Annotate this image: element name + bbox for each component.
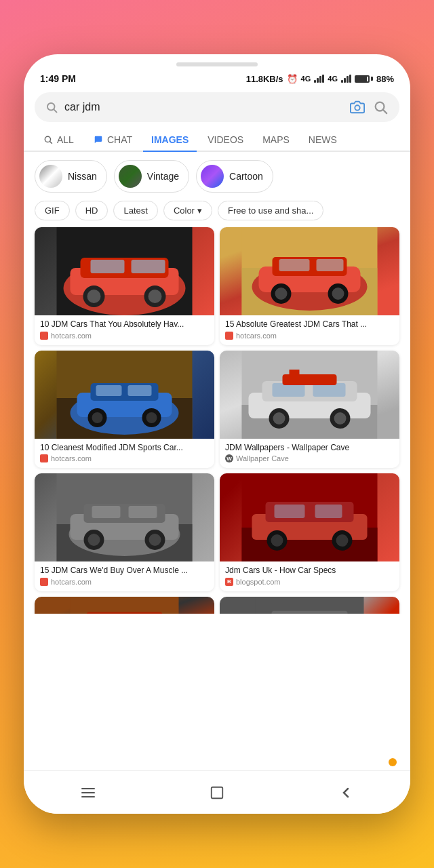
svg-rect-83 (272, 611, 348, 614)
tab-chat[interactable]: CHAT (85, 129, 140, 152)
svg-rect-91 (212, 787, 223, 798)
status-bar: 1:49 PM 11.8KB/s ⏰ 4G 4G 88% (24, 66, 410, 88)
image-card-5[interactable]: 15 JDM Cars We'd Buy Over A Muscle ... h… (35, 473, 214, 591)
tab-news-label: NEWS (309, 134, 337, 145)
tab-maps-label: MAPS (262, 134, 290, 145)
search-submit-icon[interactable] (372, 99, 389, 115)
search-tab-icon (43, 134, 54, 145)
tab-videos-label: VIDEOS (208, 134, 243, 145)
phone-frame: 1:49 PM 11.8KB/s ⏰ 4G 4G 88% (24, 54, 410, 814)
svg-rect-57 (129, 506, 157, 518)
image-1-source-icon (40, 332, 48, 340)
svg-point-71 (336, 534, 349, 547)
image-3-title: 10 Cleanest Modified JDM Sports Car... (40, 443, 209, 454)
filter-color-arrow: ▾ (197, 205, 202, 216)
svg-point-36 (92, 412, 103, 423)
image-6-source: blogspot.com (236, 578, 280, 586)
svg-point-2 (355, 105, 359, 110)
tab-all[interactable]: ALL (35, 129, 82, 152)
battery-percent: 88% (376, 74, 394, 84)
nav-back-icon[interactable] (336, 783, 355, 802)
tabs-bar: ALL CHAT IMAGES VIDEOS MAPS NEWS (24, 129, 410, 152)
svg-point-27 (332, 288, 344, 300)
category-nissan-label: Nissan (68, 171, 97, 182)
svg-line-1 (54, 109, 56, 112)
svg-rect-23 (317, 259, 344, 271)
filter-color[interactable]: Color ▾ (163, 201, 212, 220)
svg-point-61 (149, 534, 161, 546)
svg-line-6 (50, 142, 52, 144)
image-card-6[interactable]: Jdm Cars Uk - How Car Specs B blogspot.c… (220, 473, 399, 591)
image-card-1[interactable]: 10 JDM Cars That You Absolutely Hav... h… (35, 227, 214, 345)
svg-point-59 (88, 534, 100, 546)
image-6-title: Jdm Cars Uk - How Car Specs (225, 566, 394, 576)
nav-home-icon[interactable] (208, 783, 226, 802)
signal1-label: 4G (301, 75, 311, 83)
image-card-7[interactable] (35, 597, 214, 614)
images-grid: 10 JDM Cars That You Absolutely Hav... h… (24, 227, 410, 614)
svg-point-25 (275, 288, 288, 300)
image-2-source: hotcars.com (236, 332, 277, 340)
nav-menu-icon[interactable] (79, 783, 98, 802)
category-vintage[interactable]: Vintage (114, 160, 189, 193)
svg-rect-66 (275, 505, 305, 518)
category-cartoon[interactable]: Cartoon (196, 160, 273, 193)
filter-hd[interactable]: HD (75, 201, 108, 220)
category-cartoon-thumb (201, 165, 224, 188)
image-1-source: hotcars.com (51, 332, 92, 340)
battery-icon (355, 75, 373, 83)
image-card-4[interactable]: JDM Wallpapers - Wallpaper Cave W Wallpa… (220, 351, 399, 469)
tab-maps[interactable]: MAPS (254, 129, 298, 152)
image-5-source: hotcars.com (51, 578, 92, 586)
tab-news[interactable]: NEWS (300, 129, 345, 152)
filter-hd-label: HD (85, 205, 98, 216)
filter-gif[interactable]: GIF (35, 201, 70, 220)
image-3-thumb (35, 351, 214, 439)
image-card-2[interactable]: 15 Absolute Greatest JDM Cars That ... h… (220, 227, 399, 345)
camera-search-icon[interactable] (349, 99, 366, 115)
category-vintage-thumb (119, 165, 142, 188)
filter-latest[interactable]: Latest (113, 201, 157, 220)
filters-row: GIF HD Latest Color ▾ Free to use and sh… (24, 201, 410, 227)
tab-all-label: ALL (57, 134, 74, 145)
category-cartoon-label: Cartoon (229, 171, 263, 182)
svg-point-38 (146, 412, 157, 423)
signal2-bars (341, 75, 351, 83)
search-input[interactable] (64, 101, 342, 113)
image-5-thumb (35, 473, 214, 561)
image-3-source: hotcars.com (51, 454, 92, 462)
image-1-thumb (35, 227, 214, 315)
image-2-source-icon (225, 332, 233, 340)
signal2-label: 4G (328, 75, 338, 83)
svg-rect-12 (132, 260, 165, 273)
search-bar[interactable] (35, 92, 399, 122)
svg-rect-11 (91, 260, 125, 273)
svg-rect-56 (92, 506, 121, 518)
filter-latest-label: Latest (123, 205, 147, 216)
image-2-thumb (220, 227, 399, 315)
category-vintage-label: Vintage (147, 171, 179, 182)
image-5-title: 15 JDM Cars We'd Buy Over A Muscle ... (40, 566, 209, 576)
tab-videos[interactable]: VIDEOS (199, 129, 252, 152)
svg-point-5 (45, 136, 50, 142)
image-4-title: JDM Wallpapers - Wallpaper Cave (225, 443, 394, 454)
image-4-thumb (220, 351, 399, 439)
filter-free[interactable]: Free to use and sha... (218, 201, 323, 220)
category-nissan[interactable]: Nissan (35, 160, 107, 193)
image-card-8[interactable] (220, 597, 399, 614)
svg-rect-46 (290, 370, 300, 378)
svg-point-16 (149, 290, 162, 303)
image-1-title: 10 JDM Cars That You Absolutely Hav... (40, 319, 209, 330)
svg-rect-34 (128, 385, 152, 396)
categories-row: Nissan Vintage Cartoon (24, 152, 410, 201)
tab-images[interactable]: IMAGES (143, 129, 197, 152)
svg-rect-67 (315, 505, 342, 518)
image-card-3[interactable]: 10 Cleanest Modified JDM Sports Car... h… (35, 351, 214, 469)
image-4-source: Wallpaper Cave (236, 454, 289, 462)
svg-rect-22 (279, 259, 310, 271)
svg-point-69 (271, 534, 283, 547)
image-6-thumb (220, 473, 399, 561)
image-5-source-icon (40, 578, 48, 586)
home-indicator-dot (389, 758, 397, 766)
category-nissan-thumb (39, 165, 62, 188)
